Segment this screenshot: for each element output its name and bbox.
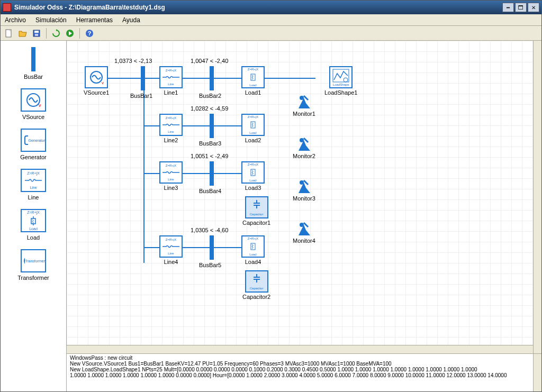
node-label: Load1 (244, 89, 263, 96)
svg-text:v: v (102, 80, 104, 85)
output-panel: WindowsPass : new circuit New VSource.VS… (67, 353, 541, 391)
window-title: Simulador Odss - Z:\DiagramaBarra\testdu… (14, 4, 502, 11)
scrollbar-vertical[interactable] (533, 41, 541, 353)
output-line: New LoadShape.LoadShape1 NPts=25 Mult=[0… (70, 367, 538, 372)
busbar-value: 1,0305 < -4,60 (189, 227, 229, 233)
line-icon: Z=R+jXLine (159, 114, 183, 136)
canvas-area: v VSource1 1,0373 < -2,13 BusBar1 Z=R+jX… (67, 41, 541, 391)
svg-point-20 (344, 78, 348, 82)
menu-ayuda[interactable]: Ayuda (122, 16, 140, 24)
load-icon: Z=R+jXLoad (21, 209, 46, 232)
node-capacitor2[interactable]: Capacitor Capacitor2 (241, 270, 272, 300)
scrollbar-vertical[interactable] (533, 354, 541, 391)
svg-rect-19 (333, 69, 349, 82)
node-label: Line2 (163, 137, 179, 143)
capacitor-icon: Capacitor (245, 196, 268, 218)
app-window: Simulador Odss - Z:\DiagramaBarra\testdu… (0, 0, 542, 392)
open-folder-icon[interactable] (17, 28, 28, 39)
wire (143, 78, 144, 263)
node-monitor4[interactable]: Monitor4 (292, 218, 317, 244)
loadshape-icon: LoadShape (329, 66, 353, 88)
palette-label: Generator (20, 154, 47, 160)
palette-label: Line (28, 194, 39, 200)
busbar5[interactable] (210, 235, 214, 260)
node-load3[interactable]: Z=R+jXLoad Load3 (241, 161, 265, 191)
monitor-icon (293, 218, 314, 238)
minimize-button[interactable]: ━ (502, 3, 514, 12)
output-line: 1.0000 1.0000 1.0000 1.0000 1.0000 1.000… (70, 372, 538, 378)
line-icon: Z=R+jXLine (159, 161, 183, 184)
load-icon: Z=R+jXLoad (241, 114, 265, 136)
run-icon[interactable] (65, 28, 75, 39)
monitor-icon (293, 92, 314, 111)
titlebar: Simulador Odss - Z:\DiagramaBarra\testdu… (1, 1, 541, 14)
node-monitor2[interactable]: Monitor2 (292, 134, 317, 159)
svg-rect-3 (35, 34, 38, 36)
palette-label: Load (27, 234, 40, 241)
palette-item-vsource[interactable]: v VSource (1, 85, 66, 124)
node-label: Load3 (244, 185, 263, 191)
node-label: Load4 (244, 259, 263, 265)
svg-text:v: v (39, 103, 41, 108)
save-icon[interactable] (31, 28, 42, 39)
node-label: Monitor4 (292, 238, 317, 244)
node-loadshape[interactable]: LoadShape LoadShape1 (323, 66, 358, 96)
node-line3[interactable]: Z=R+jXLine Line3 (159, 161, 183, 191)
output-line: WindowsPass : new circuit (70, 355, 538, 361)
busbar4[interactable] (210, 161, 214, 186)
diagram-canvas[interactable]: v VSource1 1,0373 < -2,13 BusBar1 Z=R+jX… (67, 41, 541, 353)
line-icon: Z=R+jXLine (159, 66, 183, 88)
node-label: Line3 (163, 185, 179, 191)
palette-item-transformer[interactable]: Transformer Transformer (1, 246, 66, 285)
toolbar: ? (1, 26, 541, 41)
busbar1[interactable] (141, 66, 145, 90)
node-load1[interactable]: Z=R+jXLoad Load1 (241, 66, 265, 96)
transformer-icon: Transformer (21, 249, 46, 272)
node-line2[interactable]: Z=R+jXLine Line2 (159, 114, 183, 143)
output-line: New VSource.VSource1 Bus1=BusBar1 BaseKV… (70, 361, 538, 367)
node-label: Capacitor1 (241, 220, 272, 226)
main-body: BusBar v VSource Generator Generator Z=R… (1, 41, 541, 391)
palette-item-generator[interactable]: Generator Generator (1, 125, 66, 165)
node-load2[interactable]: Z=R+jXLoad Load2 (241, 114, 265, 143)
node-load4[interactable]: Z=R+jXLoad Load4 (241, 235, 265, 265)
node-monitor3[interactable]: Monitor3 (292, 176, 317, 202)
monitor-icon (293, 176, 314, 195)
menu-simulacion[interactable]: Simulación (35, 16, 67, 24)
node-line1[interactable]: Z=R+jXLine Line1 (159, 66, 183, 96)
busbar-label: BusBar4 (199, 188, 221, 194)
busbar2[interactable] (210, 66, 214, 90)
node-capacitor1[interactable]: Capacitor Capacitor1 (241, 196, 272, 226)
svg-text:?: ? (88, 30, 92, 37)
maximize-button[interactable]: 🗖 (515, 3, 527, 12)
help-icon[interactable]: ? (84, 28, 95, 39)
line-icon: Z=R+jXLine (159, 235, 183, 258)
menu-archivo[interactable]: Archivo (5, 16, 26, 24)
toolbar-separator (46, 28, 47, 39)
busbar-icon (31, 47, 35, 71)
menubar: Archivo Simulación Herramentas Ayuda (1, 14, 541, 26)
palette-item-load[interactable]: Z=R+jXLoad Load (1, 206, 66, 245)
close-button[interactable]: ✕ (528, 3, 539, 12)
node-label: Monitor2 (292, 153, 317, 159)
busbar3[interactable] (210, 114, 214, 138)
node-vsource[interactable]: v VSource1 (83, 66, 110, 96)
line-icon: Z=R+jXLine (21, 169, 46, 192)
node-label: Line1 (163, 89, 179, 96)
palette-item-line[interactable]: Z=R+jXLine Line (1, 166, 66, 205)
busbar-value: 1,0051 < -2,49 (189, 153, 229, 159)
svg-point-22 (300, 138, 304, 142)
node-monitor1[interactable]: Monitor1 (292, 92, 317, 117)
palette-label: VSource (22, 114, 44, 120)
app-icon (3, 3, 11, 12)
node-line4[interactable]: Z=R+jXLine Line4 (159, 235, 183, 265)
reload-icon[interactable] (51, 28, 61, 39)
new-file-icon[interactable] (4, 28, 14, 39)
vsource-icon: v (85, 66, 108, 88)
monitor-icon (293, 134, 314, 153)
palette-item-busbar[interactable]: BusBar (1, 44, 66, 84)
busbar-label: BusBar3 (199, 140, 221, 147)
svg-point-23 (300, 180, 304, 185)
menu-herramentas[interactable]: Herramentas (76, 16, 113, 24)
scrollbar-horizontal[interactable] (67, 345, 533, 353)
